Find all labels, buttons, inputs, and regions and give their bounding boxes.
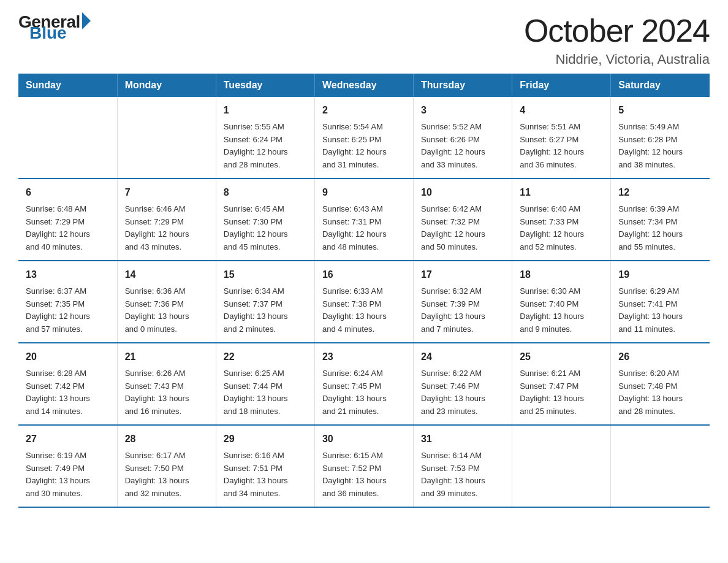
weekday-header-tuesday: Tuesday xyxy=(216,74,314,97)
calendar-cell: 22Sunrise: 6:25 AM Sunset: 7:44 PM Dayli… xyxy=(216,343,314,425)
day-info: Sunrise: 6:15 AM Sunset: 7:52 PM Dayligh… xyxy=(322,450,406,500)
day-info: Sunrise: 6:45 AM Sunset: 7:30 PM Dayligh… xyxy=(224,203,307,254)
day-number: 3 xyxy=(421,103,504,118)
day-info: Sunrise: 6:17 AM Sunset: 7:50 PM Dayligh… xyxy=(125,450,208,500)
calendar-cell: 26Sunrise: 6:20 AM Sunset: 7:48 PM Dayli… xyxy=(611,343,710,425)
calendar-cell: 14Sunrise: 6:36 AM Sunset: 7:36 PM Dayli… xyxy=(117,261,216,343)
calendar-cell: 6Sunrise: 6:48 AM Sunset: 7:29 PM Daylig… xyxy=(18,178,117,261)
day-info: Sunrise: 6:33 AM Sunset: 7:38 PM Dayligh… xyxy=(322,285,406,336)
day-number: 8 xyxy=(224,185,307,201)
calendar-cell: 11Sunrise: 6:40 AM Sunset: 7:33 PM Dayli… xyxy=(512,178,611,261)
day-info: Sunrise: 6:36 AM Sunset: 7:36 PM Dayligh… xyxy=(125,285,208,336)
day-info: Sunrise: 6:29 AM Sunset: 7:41 PM Dayligh… xyxy=(618,285,702,336)
day-number: 11 xyxy=(520,185,603,201)
day-info: Sunrise: 6:25 AM Sunset: 7:44 PM Dayligh… xyxy=(224,367,307,418)
day-info: Sunrise: 6:19 AM Sunset: 7:49 PM Dayligh… xyxy=(26,450,110,500)
weekday-header-friday: Friday xyxy=(512,74,611,97)
calendar-cell: 21Sunrise: 6:26 AM Sunset: 7:43 PM Dayli… xyxy=(117,343,216,425)
day-number: 22 xyxy=(224,350,307,365)
day-info: Sunrise: 6:40 AM Sunset: 7:33 PM Dayligh… xyxy=(520,203,603,254)
title-section: October 2024 Niddrie, Victoria, Australi… xyxy=(524,12,710,67)
day-info: Sunrise: 5:51 AM Sunset: 6:27 PM Dayligh… xyxy=(520,121,603,172)
calendar-cell: 27Sunrise: 6:19 AM Sunset: 7:49 PM Dayli… xyxy=(18,425,117,507)
day-number: 12 xyxy=(618,185,702,201)
day-info: Sunrise: 6:20 AM Sunset: 7:48 PM Dayligh… xyxy=(618,367,702,418)
day-info: Sunrise: 6:32 AM Sunset: 7:39 PM Dayligh… xyxy=(421,285,504,336)
day-info: Sunrise: 6:24 AM Sunset: 7:45 PM Dayligh… xyxy=(322,367,406,418)
calendar-cell xyxy=(18,97,117,178)
day-number: 16 xyxy=(322,267,406,283)
day-info: Sunrise: 6:46 AM Sunset: 7:29 PM Dayligh… xyxy=(125,203,208,254)
day-info: Sunrise: 6:16 AM Sunset: 7:51 PM Dayligh… xyxy=(224,450,307,500)
weekday-header-wednesday: Wednesday xyxy=(314,74,413,97)
day-number: 21 xyxy=(125,350,208,365)
calendar-cell: 18Sunrise: 6:30 AM Sunset: 7:40 PM Dayli… xyxy=(512,261,611,343)
day-info: Sunrise: 6:34 AM Sunset: 7:37 PM Dayligh… xyxy=(224,285,307,336)
day-info: Sunrise: 5:49 AM Sunset: 6:28 PM Dayligh… xyxy=(618,121,702,172)
calendar-cell: 15Sunrise: 6:34 AM Sunset: 7:37 PM Dayli… xyxy=(216,261,314,343)
calendar-cell: 23Sunrise: 6:24 AM Sunset: 7:45 PM Dayli… xyxy=(314,343,413,425)
weekday-header-monday: Monday xyxy=(117,74,216,97)
day-info: Sunrise: 6:28 AM Sunset: 7:42 PM Dayligh… xyxy=(26,367,110,418)
logo: General Blue xyxy=(18,12,91,43)
day-number: 28 xyxy=(125,432,208,447)
calendar-cell xyxy=(117,97,216,178)
day-info: Sunrise: 5:52 AM Sunset: 6:26 PM Dayligh… xyxy=(421,121,504,172)
calendar-week-row: 1Sunrise: 5:55 AM Sunset: 6:24 PM Daylig… xyxy=(18,97,710,178)
day-number: 7 xyxy=(125,185,208,201)
day-number: 26 xyxy=(618,350,702,365)
day-number: 9 xyxy=(322,185,406,201)
calendar-cell: 25Sunrise: 6:21 AM Sunset: 7:47 PM Dayli… xyxy=(512,343,611,425)
day-number: 4 xyxy=(520,103,603,118)
day-info: Sunrise: 5:54 AM Sunset: 6:25 PM Dayligh… xyxy=(322,121,406,172)
day-number: 6 xyxy=(26,185,110,201)
calendar-cell: 29Sunrise: 6:16 AM Sunset: 7:51 PM Dayli… xyxy=(216,425,314,507)
day-number: 5 xyxy=(618,103,702,118)
month-title: October 2024 xyxy=(524,12,710,49)
day-info: Sunrise: 6:26 AM Sunset: 7:43 PM Dayligh… xyxy=(125,367,208,418)
calendar-cell: 8Sunrise: 6:45 AM Sunset: 7:30 PM Daylig… xyxy=(216,178,314,261)
calendar-week-row: 13Sunrise: 6:37 AM Sunset: 7:35 PM Dayli… xyxy=(18,261,710,343)
day-info: Sunrise: 6:42 AM Sunset: 7:32 PM Dayligh… xyxy=(421,203,504,254)
calendar-cell: 20Sunrise: 6:28 AM Sunset: 7:42 PM Dayli… xyxy=(18,343,117,425)
day-info: Sunrise: 6:39 AM Sunset: 7:34 PM Dayligh… xyxy=(618,203,702,254)
day-info: Sunrise: 6:21 AM Sunset: 7:47 PM Dayligh… xyxy=(520,367,603,418)
page-header: General Blue October 2024 Niddrie, Victo… xyxy=(18,12,710,67)
day-number: 18 xyxy=(520,267,603,283)
day-number: 15 xyxy=(224,267,307,283)
calendar-cell: 7Sunrise: 6:46 AM Sunset: 7:29 PM Daylig… xyxy=(117,178,216,261)
calendar-cell: 17Sunrise: 6:32 AM Sunset: 7:39 PM Dayli… xyxy=(414,261,512,343)
day-number: 30 xyxy=(322,432,406,447)
day-info: Sunrise: 5:55 AM Sunset: 6:24 PM Dayligh… xyxy=(224,121,307,172)
weekday-header-saturday: Saturday xyxy=(611,74,710,97)
logo-blue-text: Blue xyxy=(29,23,67,43)
weekday-header-thursday: Thursday xyxy=(414,74,512,97)
calendar-cell: 4Sunrise: 5:51 AM Sunset: 6:27 PM Daylig… xyxy=(512,97,611,178)
calendar-cell: 3Sunrise: 5:52 AM Sunset: 6:26 PM Daylig… xyxy=(414,97,512,178)
weekday-header-sunday: Sunday xyxy=(18,74,117,97)
calendar-cell xyxy=(611,425,710,507)
calendar-cell: 24Sunrise: 6:22 AM Sunset: 7:46 PM Dayli… xyxy=(414,343,512,425)
day-number: 17 xyxy=(421,267,504,283)
calendar-cell: 13Sunrise: 6:37 AM Sunset: 7:35 PM Dayli… xyxy=(18,261,117,343)
calendar-cell: 12Sunrise: 6:39 AM Sunset: 7:34 PM Dayli… xyxy=(611,178,710,261)
calendar-cell: 30Sunrise: 6:15 AM Sunset: 7:52 PM Dayli… xyxy=(314,425,413,507)
calendar-cell: 31Sunrise: 6:14 AM Sunset: 7:53 PM Dayli… xyxy=(414,425,512,507)
calendar-table: SundayMondayTuesdayWednesdayThursdayFrid… xyxy=(18,74,710,508)
day-info: Sunrise: 6:14 AM Sunset: 7:53 PM Dayligh… xyxy=(421,450,504,500)
calendar-cell: 28Sunrise: 6:17 AM Sunset: 7:50 PM Dayli… xyxy=(117,425,216,507)
day-number: 10 xyxy=(421,185,504,201)
day-number: 20 xyxy=(26,350,110,365)
calendar-week-row: 20Sunrise: 6:28 AM Sunset: 7:42 PM Dayli… xyxy=(18,343,710,425)
day-info: Sunrise: 6:43 AM Sunset: 7:31 PM Dayligh… xyxy=(322,203,406,254)
calendar-cell: 5Sunrise: 5:49 AM Sunset: 6:28 PM Daylig… xyxy=(611,97,710,178)
day-number: 27 xyxy=(26,432,110,447)
day-number: 29 xyxy=(224,432,307,447)
day-info: Sunrise: 6:30 AM Sunset: 7:40 PM Dayligh… xyxy=(520,285,603,336)
calendar-cell: 10Sunrise: 6:42 AM Sunset: 7:32 PM Dayli… xyxy=(414,178,512,261)
day-number: 24 xyxy=(421,350,504,365)
day-info: Sunrise: 6:37 AM Sunset: 7:35 PM Dayligh… xyxy=(26,285,110,336)
day-number: 19 xyxy=(618,267,702,283)
calendar-cell: 2Sunrise: 5:54 AM Sunset: 6:25 PM Daylig… xyxy=(314,97,413,178)
day-info: Sunrise: 6:22 AM Sunset: 7:46 PM Dayligh… xyxy=(421,367,504,418)
